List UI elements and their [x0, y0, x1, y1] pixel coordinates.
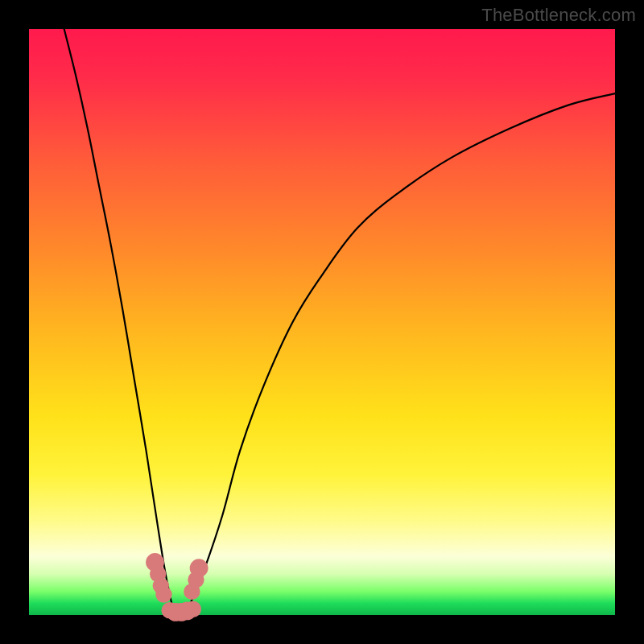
- curve-markers: [146, 553, 208, 621]
- chart-svg: [29, 29, 615, 615]
- bottleneck-curve: [64, 29, 615, 617]
- plot-area: [29, 29, 615, 615]
- watermark-label: TheBottleneck.com: [481, 5, 636, 26]
- curve-marker: [155, 586, 171, 602]
- chart-frame: TheBottleneck.com: [0, 0, 644, 644]
- curve-marker: [185, 601, 201, 617]
- curve-marker: [190, 559, 208, 577]
